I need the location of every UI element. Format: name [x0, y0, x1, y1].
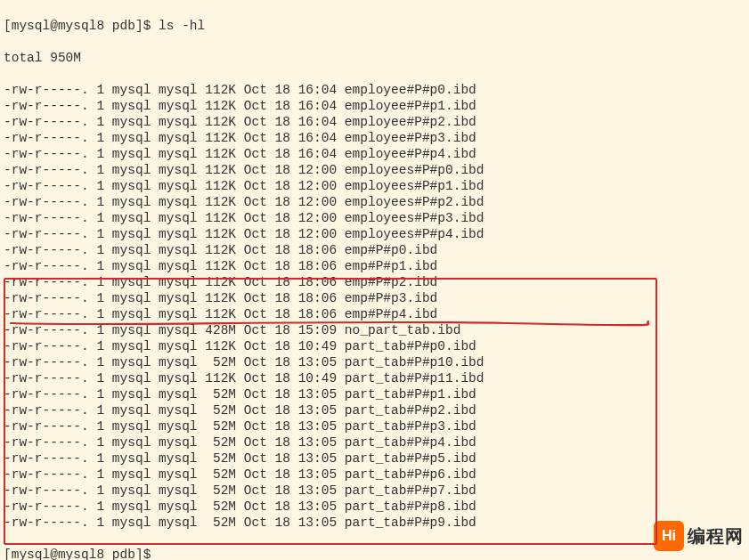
file-row: -rw-r-----. 1 mysql mysql 52M Oct 18 13:… [4, 450, 745, 467]
file-row: -rw-r-----. 1 mysql mysql 52M Oct 18 13:… [4, 386, 745, 402]
file-row: -rw-r-----. 1 mysql mysql 112K Oct 18 18… [4, 306, 745, 322]
logo-icon-text: Hi [662, 528, 676, 544]
shell-prompt: [mysql@mysql8 pdb]$ [4, 548, 159, 560]
file-row: -rw-r-----. 1 mysql mysql 52M Oct 18 13:… [4, 483, 745, 499]
file-row: -rw-r-----. 1 mysql mysql 112K Oct 18 16… [4, 146, 745, 162]
file-row: -rw-r-----. 1 mysql mysql 52M Oct 18 13:… [4, 354, 745, 370]
terminal-output[interactable]: [mysql@mysql8 pdb]$ ls -hl total 950M -r… [0, 0, 749, 560]
file-row: -rw-r-----. 1 mysql mysql 112K Oct 18 16… [4, 114, 745, 130]
file-row: -rw-r-----. 1 mysql mysql 112K Oct 18 12… [4, 210, 745, 226]
prompt-line: [mysql@mysql8 pdb]$ ls -hl [4, 18, 745, 34]
site-logo: Hi 编程网 [654, 521, 744, 551]
file-row: -rw-r-----. 1 mysql mysql 52M Oct 18 13:… [4, 467, 745, 483]
file-listing: -rw-r-----. 1 mysql mysql 112K Oct 18 16… [4, 82, 745, 531]
file-row: -rw-r-----. 1 mysql mysql 112K Oct 18 18… [4, 290, 745, 306]
shell-prompt: [mysql@mysql8 pdb]$ [4, 19, 159, 33]
end-prompt-line[interactable]: [mysql@mysql8 pdb]$ [4, 547, 745, 560]
file-row: -rw-r-----. 1 mysql mysql 112K Oct 18 16… [4, 98, 745, 114]
file-row: -rw-r-----. 1 mysql mysql 52M Oct 18 13:… [4, 515, 745, 531]
file-row: -rw-r-----. 1 mysql mysql 112K Oct 18 18… [4, 258, 745, 274]
file-row: -rw-r-----. 1 mysql mysql 112K Oct 18 16… [4, 130, 745, 146]
file-row: -rw-r-----. 1 mysql mysql 112K Oct 18 12… [4, 162, 745, 178]
file-row: -rw-r-----. 1 mysql mysql 112K Oct 18 12… [4, 178, 745, 194]
file-row: -rw-r-----. 1 mysql mysql 428M Oct 18 15… [4, 322, 745, 338]
file-row: -rw-r-----. 1 mysql mysql 52M Oct 18 13:… [4, 434, 745, 450]
logo-icon: Hi [654, 521, 684, 551]
logo-text: 编程网 [688, 528, 744, 544]
file-row: -rw-r-----. 1 mysql mysql 52M Oct 18 13:… [4, 499, 745, 515]
file-row: -rw-r-----. 1 mysql mysql 112K Oct 18 18… [4, 274, 745, 290]
file-row: -rw-r-----. 1 mysql mysql 112K Oct 18 12… [4, 226, 745, 242]
file-row: -rw-r-----. 1 mysql mysql 112K Oct 18 10… [4, 338, 745, 354]
file-row: -rw-r-----. 1 mysql mysql 52M Oct 18 13:… [4, 402, 745, 418]
file-row: -rw-r-----. 1 mysql mysql 112K Oct 18 18… [4, 242, 745, 258]
file-row: -rw-r-----. 1 mysql mysql 112K Oct 18 12… [4, 194, 745, 210]
file-row: -rw-r-----. 1 mysql mysql 52M Oct 18 13:… [4, 418, 745, 434]
total-line: total 950M [4, 50, 745, 66]
file-row: -rw-r-----. 1 mysql mysql 112K Oct 18 10… [4, 370, 745, 386]
file-row: -rw-r-----. 1 mysql mysql 112K Oct 18 16… [4, 82, 745, 98]
command-text: ls -hl [159, 19, 205, 33]
